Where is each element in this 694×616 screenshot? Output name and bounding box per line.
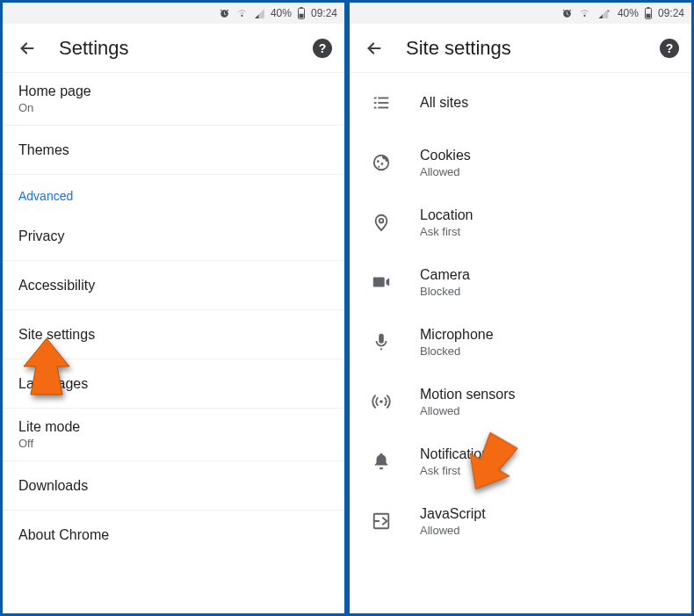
settings-list: Home page On Themes Advanced Privacy Acc… [3,73,344,613]
row-label: Location [420,207,474,223]
bell-icon [364,452,399,471]
back-button[interactable] [15,36,40,61]
row-label: Microphone [420,327,494,343]
svg-rect-8 [378,98,388,99]
list-icon [364,93,399,112]
svg-point-14 [380,400,383,403]
row-sub: Ask first [420,464,496,477]
status-bar: + 40% 09:24 [350,3,691,24]
alarm-icon [561,8,573,19]
clock: 09:24 [311,7,337,19]
row-about-chrome[interactable]: About Chrome [3,511,344,560]
back-button[interactable] [362,36,387,61]
svg-rect-6 [647,14,651,18]
svg-rect-12 [378,107,388,109]
status-bar: 40% 09:24 [3,3,344,24]
page-title: Site settings [406,37,640,60]
row-label: Motion sensors [420,387,516,402]
row-privacy[interactable]: Privacy [3,212,344,261]
row-site-settings[interactable]: Site settings [3,310,344,359]
signal-icon: + [596,8,612,19]
row-accessibility[interactable]: Accessibility [3,261,344,310]
site-settings-panel-right: + 40% 09:24 Site settings ? All sites [347,0,694,616]
svg-rect-10 [378,102,388,104]
settings-panel-left: 40% 09:24 Settings ? Home page On Themes… [0,0,347,616]
row-label: All sites [420,95,468,111]
row-label: JavaScript [420,506,486,522]
header: Settings ? [3,24,344,73]
help-button[interactable]: ? [313,39,332,58]
javascript-icon [364,511,399,531]
row-sub: Ask first [420,225,474,238]
svg-point-13 [380,219,384,223]
row-label: Privacy [18,228,329,244]
clock: 09:24 [658,7,684,19]
row-label: Camera [420,267,470,283]
row-label: Accessibility [18,278,329,294]
camera-icon [364,272,399,292]
row-label: Downloads [18,478,329,494]
header: Site settings ? [350,24,691,73]
row-sub: Allowed [420,404,516,417]
site-settings-list: All sites Cookies Allowed Location A [350,73,691,613]
row-label: Notifications [420,446,496,462]
row-motion-sensors[interactable]: Motion sensors Allowed [350,372,691,431]
row-label: About Chrome [18,527,329,543]
row-sub: Allowed [420,524,486,537]
row-javascript[interactable]: JavaScript Allowed [350,491,691,551]
row-camera[interactable]: Camera Blocked [350,252,691,312]
row-all-sites[interactable]: All sites [350,73,691,133]
row-label: Themes [18,142,329,158]
battery-pct: 40% [618,7,639,19]
help-button[interactable]: ? [660,39,679,58]
row-label: Home page [18,83,329,99]
page-title: Settings [59,37,293,60]
row-cookies[interactable]: Cookies Allowed [350,133,691,192]
row-label: Site settings [18,327,329,343]
svg-text:+: + [607,8,610,13]
row-languages[interactable]: Languages [3,359,344,409]
row-themes[interactable]: Themes [3,126,344,175]
row-sub: Blocked [420,344,494,358]
row-label: Cookies [420,148,471,163]
row-sub: On [18,101,329,114]
row-sub: Off [18,437,329,450]
svg-rect-11 [374,107,377,109]
row-microphone[interactable]: Microphone Blocked [350,312,691,372]
row-sub: Blocked [420,285,470,298]
section-advanced: Advanced [3,175,344,212]
microphone-icon [364,332,399,351]
row-location[interactable]: Location Ask first [350,192,691,252]
svg-rect-7 [374,98,377,99]
battery-icon [644,7,653,19]
location-icon [364,213,399,232]
svg-rect-9 [374,102,377,104]
battery-icon [297,7,306,19]
wifi-icon [235,8,249,19]
row-home-page[interactable]: Home page On [3,73,344,126]
cookie-icon [364,153,399,172]
wifi-icon [578,8,591,19]
row-sub: Allowed [420,165,471,178]
row-lite-mode[interactable]: Lite mode Off [3,409,344,461]
alarm-icon [219,8,230,19]
row-label: Lite mode [18,419,329,435]
battery-pct: 40% [271,7,292,19]
row-label: Languages [18,376,329,392]
row-downloads[interactable]: Downloads [3,461,344,511]
signal-icon [254,8,265,19]
row-notifications[interactable]: Notifications Ask first [350,431,691,491]
svg-rect-2 [300,14,304,18]
sensors-icon [364,392,399,411]
